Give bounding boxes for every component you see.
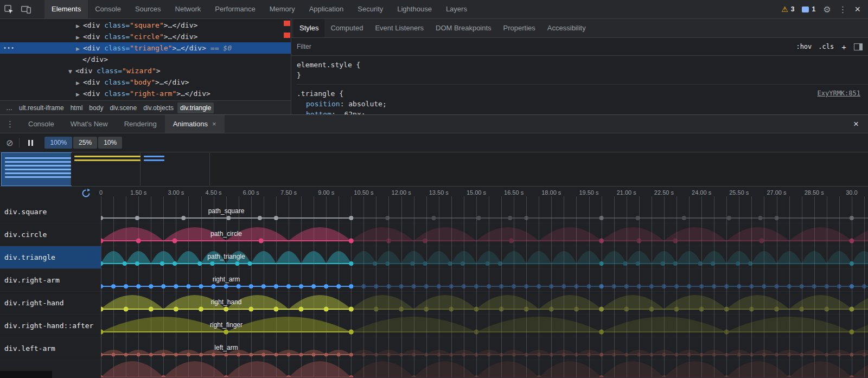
- timeline-row[interactable]: div.circlepath_circle: [0, 223, 868, 246]
- timeline-row-track[interactable]: left_arm: [101, 337, 868, 360]
- settings-gear-icon[interactable]: ⚙: [823, 4, 831, 15]
- toggle-sidebar-icon[interactable]: [854, 43, 863, 50]
- drawer-tab-what-s-new[interactable]: What's New: [62, 115, 116, 133]
- dom-node[interactable]: ▶<div class="body">…</div>: [0, 76, 291, 88]
- sidebar-tab-computed[interactable]: Computed: [324, 19, 369, 37]
- timeline-row-track[interactable]: path_circle: [101, 223, 868, 246]
- new-style-rule-button[interactable]: +: [840, 42, 847, 52]
- timeline-row-label[interactable]: div.right-hand::after: [0, 315, 101, 337]
- main-tab-application[interactable]: Application: [302, 0, 351, 18]
- elements-panel: ▶<div class="square">…</div>▶<div class=…: [0, 19, 291, 114]
- breadcrumb-item[interactable]: div.objects: [141, 102, 176, 113]
- styles-filter-input[interactable]: [297, 43, 789, 50]
- code-token: == $0: [206, 44, 232, 52]
- disclosure-arrow-icon[interactable]: ▶: [76, 78, 83, 89]
- main-tab-network[interactable]: Network: [168, 0, 208, 18]
- close-tab-icon[interactable]: ×: [212, 115, 216, 133]
- clear-all-icon[interactable]: ⊘: [6, 138, 13, 148]
- code-token: >: [176, 89, 181, 98]
- dom-node[interactable]: ▼<div class="wizard">: [0, 65, 291, 76]
- drawer-tab-animations[interactable]: Animations×: [165, 115, 225, 133]
- breadcrumb-item[interactable]: …: [3, 102, 15, 113]
- main-tab-memory[interactable]: Memory: [263, 0, 302, 18]
- ruler-label: 13.50 s: [429, 189, 449, 196]
- main-tab-security[interactable]: Security: [350, 0, 390, 18]
- timeline-row-label[interactable]: div.square: [0, 201, 101, 223]
- disclosure-arrow-icon[interactable]: ▼: [68, 66, 75, 78]
- playback-rate-25[interactable]: 25%: [73, 137, 97, 149]
- main-tab-elements[interactable]: Elements: [44, 0, 88, 18]
- pause-all-button[interactable]: [25, 140, 36, 146]
- animation-group-preview[interactable]: [71, 153, 141, 185]
- timeline-row-label[interactable]: div.triangle: [0, 246, 101, 268]
- close-drawer-icon[interactable]: ×: [844, 119, 868, 130]
- replay-button[interactable]: [81, 188, 91, 201]
- dom-node[interactable]: </div>: [0, 54, 291, 65]
- disclosure-arrow-icon[interactable]: ▶: [76, 21, 83, 32]
- timeline-row-track[interactable]: path_triangle: [101, 246, 868, 268]
- inspect-element-icon[interactable]: [0, 0, 17, 18]
- drawer-tab-console[interactable]: Console: [20, 115, 62, 133]
- animation-name-label: right_hand: [211, 298, 242, 306]
- main-tab-sources[interactable]: Sources: [128, 0, 168, 18]
- breadcrumb-item[interactable]: div.scene: [107, 102, 139, 113]
- css-property[interactable]: position: absolute;: [297, 99, 868, 109]
- more-options-icon[interactable]: ⋮: [838, 4, 847, 15]
- breadcrumb-item[interactable]: div.triangle: [177, 102, 214, 113]
- toggle-class-button[interactable]: .cls: [818, 43, 834, 50]
- toggle-hover-state-button[interactable]: :hov: [796, 43, 812, 50]
- device-toolbar-icon[interactable]: [17, 0, 35, 18]
- dom-node[interactable]: •••▶<div class="triangle">…</div> == $0: [0, 42, 291, 54]
- timeline-row-label[interactable]: div.right-arm: [0, 269, 101, 291]
- breadcrumb-item[interactable]: ult.result-iframe: [16, 102, 67, 113]
- timeline-row[interactable]: div.right-hand::afterright_finger: [0, 315, 868, 337]
- dom-node[interactable]: ▶<div class="square">…</div>: [0, 20, 291, 31]
- animation-group-preview[interactable]: [141, 153, 210, 185]
- timeline-row[interactable]: div.left-armleft_arm: [0, 337, 868, 360]
- timeline-row[interactable]: div.right-armright_arm: [0, 269, 868, 292]
- sidebar-tab-event-listeners[interactable]: Event Listeners: [369, 19, 430, 37]
- css-property[interactable]: bottom: -62px;: [297, 109, 868, 114]
- timeline-row-label[interactable]: div.right-hand: [0, 292, 101, 314]
- breadcrumb-item[interactable]: body: [86, 102, 106, 113]
- timeline-row-track[interactable]: right_finger: [101, 315, 868, 337]
- timeline-row-track[interactable]: path_square: [101, 201, 868, 223]
- scrollbar-error-markers[interactable]: [283, 19, 291, 100]
- stylesheet-source-link[interactable]: ExyYRMK:851: [818, 88, 860, 99]
- timeline-row[interactable]: div.right-handright_hand: [0, 292, 868, 315]
- timeline-row-label[interactable]: div.circle: [0, 223, 101, 246]
- close-devtools-icon[interactable]: ×: [854, 4, 860, 15]
- disclosure-arrow-icon[interactable]: ▶: [76, 43, 83, 55]
- timeline-row[interactable]: [0, 360, 868, 377]
- timeline-row-track[interactable]: [101, 360, 868, 377]
- timeline-row-track[interactable]: right_hand: [101, 292, 868, 314]
- main-tab-console[interactable]: Console: [88, 0, 128, 18]
- timeline-row[interactable]: div.trianglepath_triangle: [0, 246, 868, 269]
- animation-group-preview[interactable]: [2, 153, 71, 185]
- timeline-row[interactable]: div.squarepath_square: [0, 201, 868, 223]
- breadcrumb-item[interactable]: html: [68, 102, 86, 113]
- code-token: </div>: [172, 33, 197, 41]
- playback-rate-10[interactable]: 10%: [98, 137, 122, 149]
- ruler-label: 27.00 s: [767, 189, 786, 196]
- main-tab-performance[interactable]: Performance: [208, 0, 262, 18]
- dom-node[interactable]: ▶<div class="circle">…</div>: [0, 31, 291, 42]
- sidebar-tab-accessibility[interactable]: Accessibility: [541, 19, 592, 37]
- issues-badge[interactable]: 1: [802, 5, 815, 13]
- sidebar-tab-properties[interactable]: Properties: [497, 19, 541, 37]
- colon: :: [340, 100, 349, 108]
- dom-node[interactable]: ▶<div class="right-arm">…</div>: [0, 88, 291, 99]
- warnings-badge[interactable]: ⚠ 3: [781, 5, 794, 14]
- timeline-row-label[interactable]: div.left-arm: [0, 337, 101, 360]
- playback-rate-100[interactable]: 100%: [44, 137, 72, 149]
- disclosure-arrow-icon[interactable]: ▶: [76, 89, 83, 100]
- timeline-row-track[interactable]: right_arm: [101, 269, 868, 291]
- drawer-more-icon[interactable]: ⋮: [0, 119, 20, 129]
- code-token: "triangle": [130, 44, 172, 52]
- main-tab-lighthouse[interactable]: Lighthouse: [390, 0, 439, 18]
- main-tab-layers[interactable]: Layers: [439, 0, 474, 18]
- drawer-tab-rendering[interactable]: Rendering: [116, 115, 165, 133]
- disclosure-arrow-icon[interactable]: ▶: [76, 32, 83, 43]
- sidebar-tab-dom-breakpoints[interactable]: DOM Breakpoints: [430, 19, 497, 37]
- sidebar-tab-styles[interactable]: Styles: [293, 19, 324, 37]
